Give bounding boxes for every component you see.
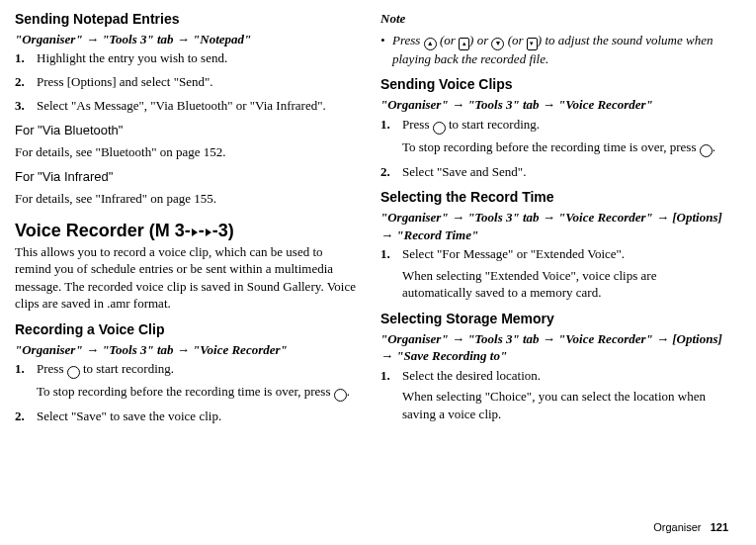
vr-title-a: Voice Recorder (M 3- [15,221,191,240]
arrow-icon: → [86,342,99,357]
center-key-icon [433,122,446,135]
text-part: ) or [469,33,491,47]
triangle-icon [206,228,211,236]
breadcrumb-voice-recorder: "Organiser" → "Tools 3" tab → "Voice Rec… [15,341,361,359]
vr-title-b: - [199,221,205,240]
step-item: 1. Highlight the entry you wish to send. [15,49,361,67]
bc-text: "Tools 3" tab [464,210,543,225]
note-body: • Press ▲ (or ▴) or ▼ (or ▾) to adjust t… [380,32,726,68]
bullet-icon: • [380,32,392,68]
down-key-icon: ▼ [491,38,504,50]
step-item: 2. Select "Save" to save the voice clip. [15,408,361,425]
text-part: To stop recording before the recording t… [37,384,334,399]
breadcrumb-ssm: "Organiser" → "Tools 3" tab → "Voice Rec… [380,330,726,365]
text-part: Press [37,361,67,376]
text-part: Select the desired location. [402,368,541,383]
heading-record-time: Selecting the Record Time [380,188,726,207]
footer-label: Organiser [653,521,701,533]
text-part: to start recording. [446,117,540,132]
bc-text: "Notepad" [190,32,251,46]
arrow-icon: → [380,227,393,242]
triangle-icon [192,228,198,236]
arrow-icon: → [543,97,555,112]
bc-text: "Organiser" [380,331,452,346]
step-item: 1. Select "For Message" or "Extended Voi… [380,245,726,302]
text-part: Select "For Message" or "Extended Voice"… [402,246,625,261]
arrow-icon: → [452,97,464,112]
bc-text: "Tools 3" tab [99,32,177,46]
step-number: 1. [15,360,37,402]
arrow-icon: → [452,210,464,225]
steps-svc: 1. Press to start recording. To stop rec… [380,116,726,181]
text-infrared-ref: For details, see "Infrared" on page 155. [15,190,361,208]
step-text: Select "As Message", "Via Bluetooth" or … [37,97,361,115]
step-text: Select "Save" to save the voice clip. [37,408,361,425]
bc-text: "Organiser" [380,97,452,112]
step-number: 2. [15,73,37,91]
step-text: Highlight the entry you wish to send. [37,49,361,67]
right-column: Note • Press ▲ (or ▴) or ▼ (or ▾) to adj… [380,10,726,431]
heading-storage-memory: Selecting Storage Memory [380,310,726,328]
arrow-icon: → [452,331,464,346]
arrow-icon: → [543,331,555,346]
step-item: 1. Press to start recording. To stop rec… [15,360,361,402]
bc-text: "Tools 3" tab [99,342,177,357]
step-text: Select "For Message" or "Extended Voice"… [402,245,726,302]
heading-voice-recorder: Voice Recorder (M 3---3) [15,219,361,242]
arrow-icon: → [656,331,669,346]
bc-text: "Voice Recorder" [555,210,656,225]
step-number: 2. [380,163,402,181]
arrow-icon: → [177,342,190,357]
steps-srt: 1. Select "For Message" or "Extended Voi… [380,245,726,302]
step-text: Press to start recording. To stop record… [37,360,361,402]
center-key-icon [67,366,80,379]
steps-recording: 1. Press to start recording. To stop rec… [15,360,361,425]
step-item: 3. Select "As Message", "Via Bluetooth" … [15,97,361,115]
text-part: Press [392,33,424,47]
vr-title-c: -3) [212,221,234,240]
bc-text: [Options] [669,210,722,225]
step-item: 2. Press [Options] and select "Send". [15,73,361,91]
text-part: When selecting "Extended Voice", voice c… [402,268,656,301]
bc-text: [Options] [669,331,722,346]
heading-via-infrared: For "Via Infrared" [15,168,361,186]
breadcrumb-srt: "Organiser" → "Tools 3" tab → "Voice Rec… [380,209,726,243]
text-part: to start recording. [80,361,174,376]
page-footer: Organiser 121 [653,520,728,535]
step-number: 1. [380,245,402,302]
step-text: Press to start recording. To stop record… [402,116,726,157]
step-number: 1. [15,49,37,67]
text-part: (or [504,33,526,47]
text-part: . [347,384,350,399]
step-text: Select "Save and Send". [402,163,726,181]
step-text: Press [Options] and select "Send". [37,73,361,91]
bc-text: "Record Time" [393,227,478,242]
step-number: 1. [380,116,402,157]
bc-text: "Voice Recorder" [190,342,288,357]
center-key-icon [700,144,713,157]
text-part: . [713,139,715,154]
text-part: Press [402,117,433,132]
note-text: Press ▲ (or ▴) or ▼ (or ▾) to adjust the… [392,32,726,68]
steps-ssm: 1. Select the desired location. When sel… [380,367,726,423]
left-column: Sending Notepad Entries "Organiser" → "T… [15,10,361,431]
heading-sending-notepad: Sending Notepad Entries [15,10,361,29]
step-number: 1. [380,367,402,423]
text-part: When selecting "Choice", you can select … [402,389,706,421]
step-number: 2. [15,408,37,425]
step-number: 3. [15,97,37,115]
bc-text: "Organiser" [15,32,86,46]
arrow-icon: → [86,32,99,46]
text-part: (or [437,33,459,47]
page-number: 121 [711,521,728,533]
text-part: To stop recording before the recording t… [402,139,700,154]
center-key-icon [334,389,347,402]
step-text: Select the desired location. When select… [402,367,726,423]
up-key-icon: ▲ [424,38,437,50]
breadcrumb-svc: "Organiser" → "Tools 3" tab → "Voice Rec… [380,96,726,114]
heading-note: Note [380,10,726,28]
page-columns: Sending Notepad Entries "Organiser" → "T… [15,10,728,431]
bc-text: "Voice Recorder" [555,331,656,346]
step-item: 2. Select "Save and Send". [380,163,726,181]
text-voice-recorder-desc: This allows you to record a voice clip, … [15,243,361,313]
